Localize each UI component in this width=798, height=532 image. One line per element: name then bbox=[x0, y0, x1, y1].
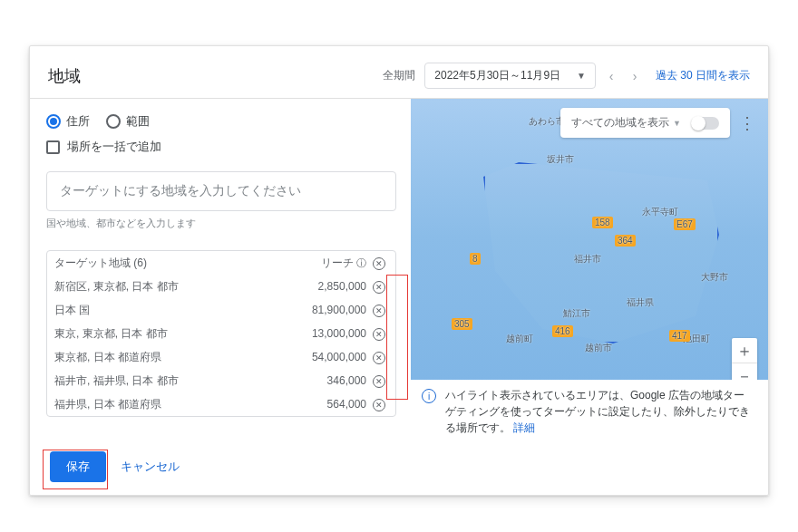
remove-location-icon[interactable]: ✕ bbox=[373, 399, 385, 411]
table-row-name: 新宿区, 東京都, 日本 都市 bbox=[54, 279, 299, 295]
route-badge: 8 bbox=[470, 253, 481, 265]
radio-range[interactable]: 範囲 bbox=[106, 113, 150, 130]
date-range-picker[interactable]: 2022年5月30日～11月9日 ▼ bbox=[424, 63, 596, 89]
map-city-label: 大野市 bbox=[701, 271, 728, 284]
bulk-add-label: 場所を一括で追加 bbox=[67, 139, 161, 155]
cancel-button[interactable]: キャンセル bbox=[121, 459, 180, 475]
table-row-reach: 54,000,000 bbox=[299, 351, 370, 363]
table-row-name: 東京都, 日本 都道府県 bbox=[54, 350, 299, 365]
table-row-reach: 81,900,000 bbox=[299, 304, 370, 316]
remove-location-icon[interactable]: ✕ bbox=[373, 305, 385, 317]
map-city-label: 福井市 bbox=[574, 253, 601, 266]
date-range-value: 2022年5月30日～11月9日 bbox=[434, 68, 560, 83]
map-city-label: 越前町 bbox=[506, 333, 533, 345]
map-more-menu[interactable]: ⋮ bbox=[739, 113, 755, 133]
remove-location-icon[interactable]: ✕ bbox=[373, 375, 385, 388]
map-city-label: 永平寺町 bbox=[642, 206, 678, 218]
table-row-reach: 346,000 bbox=[299, 374, 370, 387]
route-badge: 364 bbox=[615, 235, 636, 247]
table-row-reach: 2,850,000 bbox=[299, 280, 370, 293]
show-all-locations-toggle[interactable]: すべての地域を表示 ▼ bbox=[560, 108, 730, 138]
prev-period-button[interactable]: ‹ bbox=[599, 69, 623, 83]
map-city-label: 鯖江市 bbox=[563, 307, 590, 320]
toggle-switch[interactable] bbox=[692, 117, 719, 130]
next-period-button[interactable]: › bbox=[623, 69, 647, 83]
help-icon[interactable]: ⓘ bbox=[356, 257, 366, 268]
save-button[interactable]: 保存 bbox=[50, 451, 106, 482]
map-city-label: あわら市 bbox=[529, 115, 565, 128]
table-row-name: 東京, 東京都, 日本 都市 bbox=[54, 326, 299, 342]
table-row-reach: 564,000 bbox=[299, 398, 370, 411]
zoom-in-button[interactable]: ＋ bbox=[732, 338, 757, 363]
map-city-label: 福井県 bbox=[627, 296, 654, 309]
remove-location-icon[interactable]: ✕ bbox=[373, 281, 385, 294]
remove-location-icon[interactable]: ✕ bbox=[373, 328, 385, 341]
bulk-add-checkbox[interactable]: 場所を一括で追加 bbox=[46, 139, 396, 155]
caret-down-icon: ▼ bbox=[673, 119, 681, 128]
map-panel[interactable]: あわら市坂井市永平寺町福井市福井県鯖江市越前市越前町大野市池田町南越前町1583… bbox=[411, 99, 768, 443]
map-city-label: 坂井市 bbox=[547, 153, 574, 166]
map-city-label: 越前市 bbox=[585, 342, 612, 354]
search-hint: 国や地域、都市などを入力します bbox=[46, 217, 396, 230]
route-badge: 158 bbox=[592, 217, 613, 228]
radio-address[interactable]: 住所 bbox=[46, 113, 90, 130]
radio-address-label: 住所 bbox=[66, 113, 90, 130]
info-detail-link[interactable]: 詳細 bbox=[513, 421, 535, 434]
route-badge: 417 bbox=[669, 330, 690, 342]
location-search-input[interactable]: ターゲットにする地域を入力してください bbox=[46, 171, 396, 211]
targeted-area-polygon bbox=[483, 162, 719, 343]
page-title: 地域 bbox=[48, 65, 81, 87]
last-30-days-link[interactable]: 過去 30 日間を表示 bbox=[656, 68, 750, 83]
radio-range-label: 範囲 bbox=[126, 113, 150, 130]
remove-location-icon[interactable]: ✕ bbox=[373, 352, 385, 364]
table-row-name: 日本 国 bbox=[54, 303, 299, 318]
route-badge: 416 bbox=[552, 325, 573, 337]
chevron-down-icon: ▼ bbox=[577, 71, 586, 81]
table-row-reach: 13,000,000 bbox=[299, 327, 370, 340]
target-locations-table: ターゲット地域 (6) リーチⓘ ✕ 新宿区, 東京都, 日本 都市2,850,… bbox=[46, 250, 396, 417]
info-icon: i bbox=[422, 389, 436, 403]
col-location: ターゲット地域 (6) bbox=[54, 256, 299, 271]
period-label: 全期間 bbox=[383, 68, 415, 83]
toggle-label: すべての地域を表示 bbox=[571, 115, 669, 131]
route-badge: 305 bbox=[452, 318, 472, 330]
route-badge: E67 bbox=[674, 218, 696, 230]
map-info-banner: i ハイライト表示されているエリアは、Google 広告の地域ターゲティングを使… bbox=[411, 380, 768, 443]
remove-all-icon[interactable]: ✕ bbox=[373, 257, 385, 270]
col-reach: リーチⓘ bbox=[299, 256, 370, 271]
table-row-name: 福井市, 福井県, 日本 都市 bbox=[54, 373, 299, 389]
table-row-name: 福井県, 日本 都道府県 bbox=[54, 397, 299, 412]
